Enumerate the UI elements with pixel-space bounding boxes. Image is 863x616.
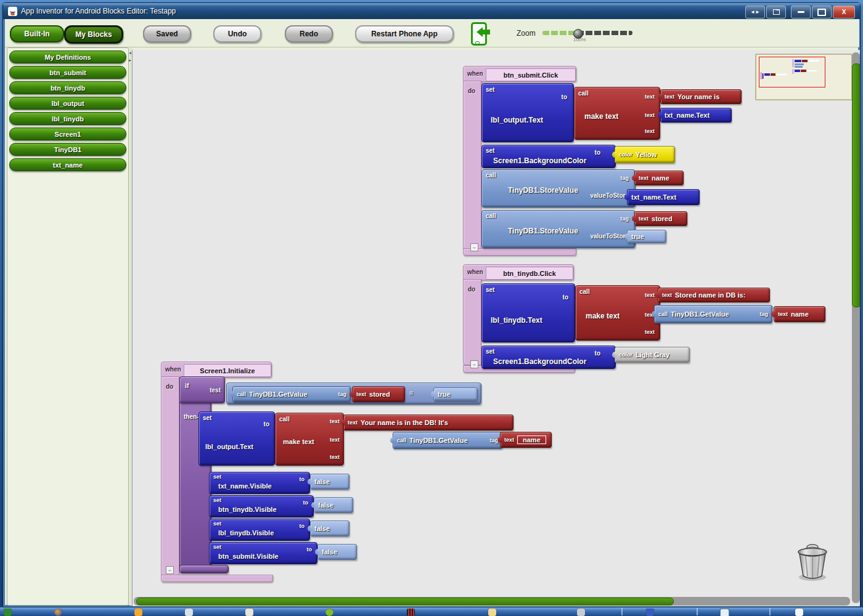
false-value-block[interactable]: false [310, 521, 350, 537]
horizontal-scrollbar-thumb[interactable] [136, 598, 674, 606]
set-visible-block[interactable]: set to lbl_tinydb.Visible [209, 519, 310, 541]
when-btn-tinydb-block[interactable]: when btn_tinydb.Click [463, 264, 574, 280]
property-name: lbl_output.Text [205, 443, 253, 450]
maximize-button[interactable] [812, 6, 832, 18]
sidebar-item-txt-name[interactable]: txt_name [9, 158, 126, 171]
taskbar-app-icon[interactable] [245, 609, 253, 616]
sidebar-item-my-definitions[interactable]: My Definitions [9, 51, 126, 63]
taskbar-start-icon[interactable] [4, 609, 12, 616]
tag-name-block-selected[interactable]: text name [500, 432, 552, 448]
text-value-block[interactable]: text Your name is in the DB! It's [343, 415, 513, 431]
zoom-slider[interactable] [542, 31, 632, 35]
true-value-block[interactable]: true [433, 387, 478, 401]
set-lbl-output-text-block[interactable]: set to lbl_output.Text [198, 411, 275, 466]
my-blocks-tab[interactable]: My Blocks [64, 25, 123, 44]
set-lbl-tinydb-text-block[interactable]: set to lbl_tinydb.Text [481, 283, 575, 342]
sidebar-item-btn-tinydb[interactable]: btn_tinydb [9, 81, 126, 94]
detach-icon [773, 9, 780, 15]
color-label: color [619, 352, 632, 358]
txt-name-text-value-block[interactable]: txt_name.Text [627, 189, 700, 205]
vertical-scrollbar-thumb[interactable] [852, 63, 860, 307]
txt-name-text-value-block[interactable]: txt_name.Text [660, 108, 732, 123]
tag-name-block[interactable]: text name [774, 306, 825, 322]
minimap[interactable] [755, 54, 853, 100]
color-yellow-block[interactable]: color Yellow [615, 146, 675, 163]
set-background-color-block[interactable]: set to Screen1.BackgroundColor [481, 346, 616, 369]
tinydb-storevalue-block[interactable]: call TinyDB1.StoreValue tag valueToStore [481, 210, 636, 248]
when-body-bar[interactable]: do [463, 279, 481, 365]
tinydb-storevalue-block[interactable]: call TinyDB1.StoreValue tag valueToStore [481, 169, 636, 208]
close-button[interactable]: X [833, 6, 855, 18]
test-socket-label: test [210, 387, 221, 394]
taskbar-folder-icon[interactable] [134, 609, 142, 616]
when-body-bar[interactable]: do [463, 81, 481, 249]
collapse-toggle[interactable]: − [166, 566, 174, 574]
tinydb-getvalue-block[interactable]: call TinyDB1.GetValue tag [393, 432, 502, 449]
true-value-block[interactable]: true [627, 230, 666, 243]
trash-can-icon[interactable] [793, 540, 832, 585]
tinydb-getvalue-block[interactable]: call TinyDB1.GetValue tag [654, 305, 772, 323]
taskbar-app-icon[interactable] [577, 609, 585, 616]
taskbar-browser-icon[interactable] [54, 609, 62, 616]
text-value-block[interactable]: text Your name is [660, 89, 742, 104]
set-visible-block[interactable]: set to txt_name.Visible [209, 472, 310, 494]
sidebar-item-lbl-tinydb[interactable]: lbl_tinydb [9, 112, 126, 125]
when-btn-submit-block[interactable]: when btn_submit.Click [463, 66, 576, 82]
saved-button[interactable]: Saved [143, 25, 191, 43]
redo-button[interactable]: Redo [285, 25, 333, 43]
tag-value-editing[interactable]: name [517, 436, 546, 444]
restart-phone-app-button[interactable]: Restart Phone App [355, 25, 454, 43]
detach-window-icon[interactable] [766, 6, 786, 18]
make-text-block[interactable]: call make text text text text [574, 87, 660, 140]
minimize-button[interactable] [791, 6, 811, 18]
set-visible-block[interactable]: set to btn_submit.Visible [209, 542, 317, 564]
when-screen1-initialize-block[interactable]: when Screen1.Initialize [161, 362, 272, 378]
taskbar-folder-icon[interactable] [488, 609, 496, 616]
make-text-block[interactable]: call make text text text text [575, 285, 660, 341]
taskbar-app-icon[interactable] [407, 609, 415, 616]
color-light-gray-block[interactable]: color Light Gray [615, 347, 690, 363]
false-value-block[interactable]: false [317, 544, 357, 560]
taskbar-app-icon[interactable] [185, 609, 193, 616]
sidebar-item-lbl-output[interactable]: lbl_output [9, 97, 126, 110]
sidebar-item-tinydb1[interactable]: TinyDB1 [9, 143, 126, 156]
when-body-bar[interactable]: do [161, 376, 179, 576]
text-value-block[interactable]: text Stored name in DB is: [658, 288, 770, 302]
titlebar[interactable]: App Inventor for Android Blocks Editor: … [3, 3, 860, 19]
switch-view-icon[interactable]: ◄► [745, 6, 765, 18]
tag-stored-block[interactable]: text stored [352, 386, 405, 402]
property-name: btn_tinydb.Visible [218, 506, 277, 513]
collapse-toggle[interactable]: − [470, 360, 478, 368]
taskbar-app-icon[interactable] [720, 609, 729, 616]
set-background-color-block[interactable]: set to Screen1.BackgroundColor [481, 145, 616, 168]
false-value-block[interactable]: false [314, 497, 353, 513]
blocks-canvas[interactable]: when btn_submit.Click do − set to lbl_ou… [132, 50, 860, 606]
taskbar-app-icon[interactable] [325, 609, 333, 616]
taskbar-app-icon[interactable] [646, 609, 654, 616]
set-lbl-output-text-block[interactable]: set to lbl_output.Text [481, 83, 574, 142]
collapse-toggle[interactable]: − [470, 243, 478, 251]
tinydb-getvalue-block[interactable]: call TinyDB1.GetValue tag [232, 386, 351, 402]
if-block-column[interactable]: then-do [179, 376, 211, 569]
set-visible-block[interactable]: set to btn_tinydb.Visible [209, 495, 314, 517]
tag-value: stored [369, 391, 390, 398]
java-icon [8, 7, 17, 16]
taskbar[interactable] [0, 607, 863, 616]
horizontal-scrollbar[interactable] [134, 597, 850, 606]
if-block-header[interactable]: if test [179, 376, 225, 403]
set-label: set [486, 86, 494, 93]
vertical-scrollbar[interactable] [852, 52, 860, 603]
set-label: set [203, 415, 211, 421]
make-text-block[interactable]: call make text text text text [275, 413, 344, 466]
do-label: do [468, 286, 475, 293]
call-label: call [486, 213, 496, 219]
taskbar-app-icon[interactable] [795, 609, 803, 616]
sidebar-item-screen1[interactable]: Screen1 [9, 128, 126, 140]
undo-button[interactable]: Undo [213, 25, 261, 43]
false-value-block[interactable]: false [310, 474, 350, 490]
set-label: set [213, 474, 221, 480]
built-in-tab[interactable]: Built-In [10, 25, 64, 43]
tag-stored-block[interactable]: text stored [634, 211, 687, 226]
sidebar-item-btn-submit[interactable]: btn_submit [9, 66, 126, 79]
tag-name-block[interactable]: text name [634, 171, 684, 185]
